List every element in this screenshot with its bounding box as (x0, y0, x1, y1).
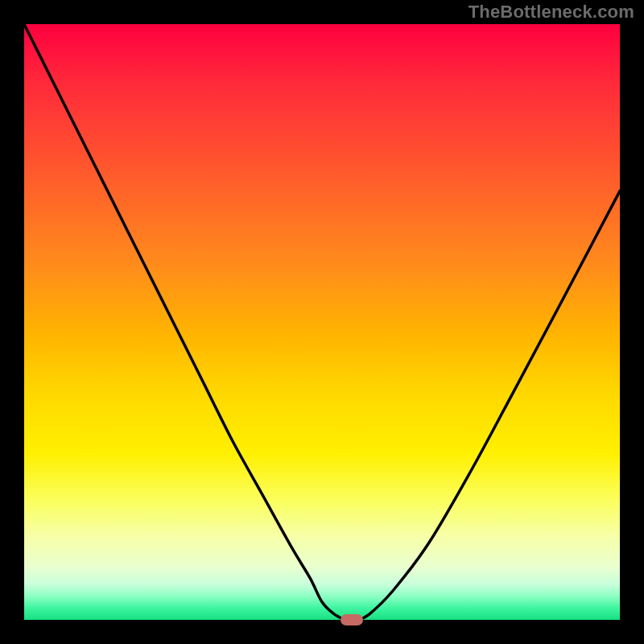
watermark-text: TheBottleneck.com (469, 2, 634, 23)
optimal-point-marker (341, 614, 363, 625)
curve-svg (24, 24, 620, 620)
bottleneck-curve (24, 24, 620, 620)
chart-frame: TheBottleneck.com (0, 0, 644, 644)
plot-area (24, 24, 620, 620)
